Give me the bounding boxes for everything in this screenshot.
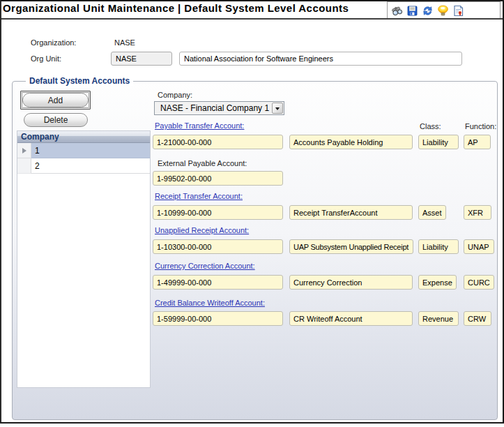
dropdown-button[interactable] bbox=[272, 103, 283, 114]
add-button[interactable]: Add bbox=[22, 93, 89, 107]
row-indicator bbox=[17, 158, 31, 174]
company-dropdown[interactable]: NASE - Financial Company 1 bbox=[154, 101, 284, 115]
header-bar: Organizational Unit Maintenance | Defaul… bbox=[1, 1, 503, 20]
receipt-transfer-description-field[interactable]: Receipt TransferAccount bbox=[289, 205, 413, 220]
credit-balance-writeoff-function-field[interactable]: CRW bbox=[464, 311, 491, 326]
unapplied-receipt-account-link[interactable]: Unapplied Receipt Account: bbox=[155, 226, 249, 234]
external-payable-account-label: External Payable Account: bbox=[158, 159, 247, 167]
report-icon[interactable] bbox=[452, 5, 464, 17]
toolbar bbox=[387, 1, 501, 18]
save-icon[interactable] bbox=[406, 5, 418, 17]
lightbulb-icon[interactable] bbox=[437, 5, 449, 17]
company-grid: Company 1 2 bbox=[17, 130, 151, 388]
receipt-transfer-class-field[interactable]: Asset bbox=[418, 205, 446, 220]
credit-balance-writeoff-account-field[interactable]: 1-59999-00-000 bbox=[153, 311, 283, 326]
unapplied-receipt-description-field[interactable]: UAP Subsystem Unapplied Receipt bbox=[289, 239, 413, 254]
function-column-label: Function: bbox=[465, 122, 496, 130]
company-label: Company: bbox=[158, 91, 192, 99]
credit-balance-writeoff-class-field[interactable]: Revenue bbox=[418, 311, 459, 326]
credit-balance-writeoff-description-field[interactable]: CR Writeoff Account bbox=[289, 311, 413, 326]
organization-label: Organization: bbox=[31, 38, 76, 47]
company-dropdown-value: NASE - Financial Company 1 bbox=[160, 102, 269, 114]
row-indicator bbox=[17, 143, 31, 158]
unapplied-receipt-function-field[interactable]: UNAP bbox=[464, 239, 494, 254]
currency-correction-function-field[interactable]: CURC bbox=[464, 275, 494, 290]
currency-correction-account-field[interactable]: 1-49999-00-000 bbox=[153, 275, 283, 290]
payable-transfer-class-field[interactable]: Liability bbox=[418, 135, 459, 149]
org-unit-code-field[interactable]: NASE bbox=[111, 52, 172, 66]
company-grid-row-2[interactable]: 2 bbox=[17, 158, 150, 174]
current-row-arrow-icon bbox=[22, 148, 26, 153]
page-title: Organizational Unit Maintenance | Defaul… bbox=[3, 2, 349, 14]
currency-correction-description-field[interactable]: Currency Correction bbox=[289, 275, 413, 290]
payable-transfer-function-field[interactable]: AP bbox=[464, 135, 491, 149]
currency-correction-class-field[interactable]: Expense bbox=[418, 275, 457, 290]
add-button-focus-ring: Add bbox=[20, 91, 91, 110]
company-grid-header[interactable]: Company bbox=[17, 131, 150, 143]
payable-transfer-account-field[interactable]: 1-21000-00-000 bbox=[153, 135, 283, 149]
credit-balance-writeoff-account-link[interactable]: Credit Balance Writeoff Account: bbox=[155, 299, 265, 307]
group-legend: Default System Accounts bbox=[26, 76, 133, 86]
refresh-icon[interactable] bbox=[422, 5, 434, 17]
unapplied-receipt-account-field[interactable]: 1-10300-00-000 bbox=[153, 239, 283, 254]
currency-correction-account-link[interactable]: Currency Correction Account: bbox=[155, 262, 255, 270]
payable-transfer-account-link[interactable]: Payable Transfer Account: bbox=[155, 121, 244, 130]
delete-button[interactable]: Delete bbox=[24, 113, 88, 127]
organization-value: NASE bbox=[114, 38, 135, 47]
default-system-accounts-group: Default System Accounts Add Delete Compa… bbox=[12, 81, 498, 420]
external-payable-account-field[interactable]: 1-99502-00-000 bbox=[153, 171, 283, 186]
company-grid-row-1[interactable]: 1 bbox=[17, 143, 150, 158]
receipt-transfer-account-link[interactable]: Receipt Transfer Account: bbox=[155, 192, 243, 200]
company-cell[interactable]: 1 bbox=[31, 143, 150, 158]
company-cell[interactable]: 2 bbox=[31, 158, 150, 174]
org-unit-name-field[interactable]: National Association for Software Engine… bbox=[179, 52, 462, 66]
app-window: Organizational Unit Maintenance | Defaul… bbox=[0, 0, 504, 424]
unapplied-receipt-class-field[interactable]: Liability bbox=[418, 239, 459, 254]
receipt-transfer-account-field[interactable]: 1-10999-00-000 bbox=[153, 205, 283, 220]
class-column-label: Class: bbox=[420, 122, 441, 130]
dropdown-arrow-icon bbox=[275, 107, 280, 110]
receipt-transfer-function-field[interactable]: XFR bbox=[464, 205, 491, 220]
payable-transfer-description-field[interactable]: Accounts Payable Holding bbox=[289, 135, 413, 149]
find-icon[interactable] bbox=[391, 5, 403, 17]
org-unit-label: Org Unit: bbox=[31, 54, 61, 63]
